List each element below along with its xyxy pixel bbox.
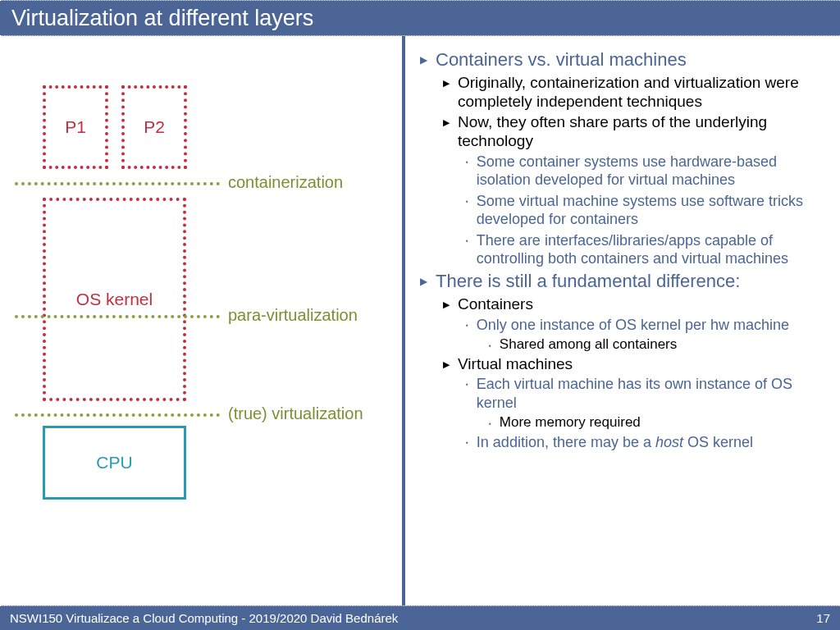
divider-virtualization: [15, 413, 220, 417]
square-icon: ▪: [466, 237, 468, 244]
bullet-text: Originally, containerization and virtual…: [458, 74, 829, 112]
divider-containerization: [15, 182, 220, 185]
bullet-text: There are interfaces/libraries/apps capa…: [477, 231, 829, 268]
bullet-level3: ▪Some virtual machine systems use softwa…: [420, 192, 829, 229]
bullet-level3: ▪In addition, there may be a host OS ker…: [420, 433, 829, 452]
bullet-level4: ▪More memory required: [420, 414, 829, 431]
square-icon: ▪: [466, 322, 468, 329]
bullet-level1: ▶Containers vs. virtual machines: [420, 49, 829, 71]
bullet-level3: ▪Only one instance of OS kernel per hw m…: [420, 316, 829, 335]
divider-paravirtualization: [15, 315, 220, 318]
square-icon: ▪: [489, 342, 491, 349]
page-number: 17: [816, 611, 830, 625]
bullet-text: Containers vs. virtual machines: [436, 49, 687, 71]
square-icon: ▪: [466, 198, 468, 205]
bullet-level2: ▶Originally, containerization and virtua…: [420, 74, 829, 112]
bullet-text: Some container systems use hardware-base…: [477, 153, 829, 189]
bullet-level3: ▪Some container systems use hardware-bas…: [420, 153, 829, 189]
square-icon: ▪: [466, 381, 468, 388]
bullet-level2: ▶Containers: [420, 295, 829, 314]
bullet-level4: ▪Shared among all containers: [420, 336, 829, 353]
slide-content: P1 P2 containerization OS kernel para-vi…: [0, 36, 840, 605]
triangle-icon: ▶: [420, 54, 427, 66]
bullet-level3: ▪There are interfaces/libraries/apps cap…: [420, 231, 829, 268]
square-icon: ▪: [466, 439, 468, 446]
diagram-box-p2: P2: [121, 85, 187, 169]
label-paravirtualization: para-virtualization: [228, 306, 358, 325]
square-icon: ▪: [466, 158, 468, 166]
triangle-icon: ▶: [420, 276, 427, 287]
bullet-text: In addition, there may be a host OS kern…: [477, 433, 753, 452]
bullet-text: Some virtual machine systems use softwar…: [477, 192, 829, 229]
diagram-box-cpu: CPU: [43, 426, 186, 500]
bullet-text: Shared among all containers: [500, 336, 677, 353]
bullet-level2: ▶Virtual machines: [420, 355, 829, 374]
bullet-text: There is still a fundamental difference:: [436, 271, 740, 292]
bullet-level2: ▶Now, they often share parts of the unde…: [420, 113, 829, 151]
bullet-level1: ▶There is still a fundamental difference…: [420, 271, 829, 292]
bullet-text: Containers: [458, 295, 533, 314]
bullet-level3: ▪Each virtual machine has its own instan…: [420, 375, 829, 412]
slide-footer: NSWI150 Virtualizace a Cloud Computing -…: [0, 605, 840, 630]
diagram-box-kernel: OS kernel: [43, 198, 186, 401]
footer-text: NSWI150 Virtualizace a Cloud Computing -…: [10, 611, 398, 625]
square-icon: ▪: [489, 420, 491, 427]
triangle-icon: ▶: [443, 117, 450, 128]
slide-title: Virtualization at different layers: [11, 6, 313, 31]
triangle-icon: ▶: [443, 299, 450, 310]
bullet-text: More memory required: [500, 414, 641, 431]
bullet-text: Only one instance of OS kernel per hw ma…: [477, 316, 789, 335]
bullet-text: Virtual machines: [458, 355, 573, 374]
diagram-panel: P1 P2 containerization OS kernel para-vi…: [0, 36, 402, 605]
diagram-box-p1: P1: [43, 85, 108, 169]
triangle-icon: ▶: [443, 359, 450, 370]
slide-header: Virtualization at different layers: [0, 0, 840, 36]
bullet-text: Now, they often share parts of the under…: [458, 113, 829, 151]
triangle-icon: ▶: [443, 78, 450, 89]
text-panel: ▶Containers vs. virtual machines ▶Origin…: [402, 36, 840, 605]
bullet-text: Each virtual machine has its own instanc…: [477, 375, 829, 412]
label-virtualization: (true) virtualization: [228, 404, 363, 423]
label-containerization: containerization: [228, 173, 343, 192]
